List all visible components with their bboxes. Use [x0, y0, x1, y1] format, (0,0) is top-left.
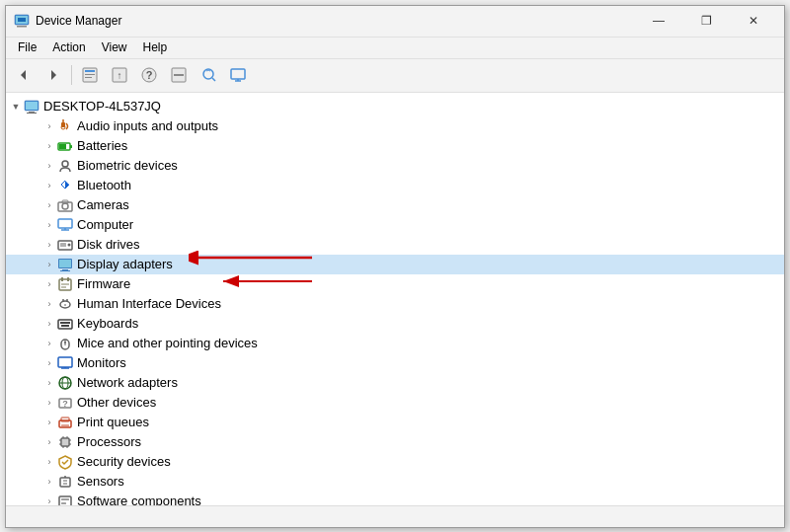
list-item[interactable]: › [6, 432, 784, 452]
keyboards-label: Keyboards [77, 316, 138, 331]
disk-label: Disk drives [77, 237, 140, 252]
expand-processors[interactable]: › [41, 434, 57, 450]
root-label: DESKTOP-4L537JQ [43, 99, 161, 114]
expand-keyboards[interactable]: › [41, 316, 57, 332]
expand-sw-components[interactable]: › [41, 494, 57, 505]
svg-rect-9 [85, 77, 92, 78]
toolbar-forward[interactable] [40, 62, 67, 88]
hid-label: Human Interface Devices [77, 296, 221, 311]
device-manager-window: Device Manager — ❐ ✕ File Action View He… [5, 5, 785, 528]
svg-line-17 [212, 78, 215, 81]
toolbar-sep-1 [71, 65, 72, 85]
expand-display[interactable]: › [41, 257, 57, 272]
biometric-icon [57, 158, 73, 174]
processors-label: Processors [77, 434, 141, 449]
list-item[interactable]: › Computer [6, 215, 784, 235]
expand-monitors[interactable]: › [41, 355, 57, 371]
list-item[interactable]: › Keyboards [6, 314, 784, 334]
list-item[interactable]: › ? Other devices [6, 393, 784, 413]
menu-help[interactable]: Help [135, 38, 176, 56]
list-item[interactable]: › Software components [6, 492, 784, 505]
root-expand-icon[interactable]: ▼ [8, 99, 24, 114]
expand-mice[interactable]: › [41, 336, 57, 351]
other-icon: ? [57, 395, 73, 411]
list-item[interactable]: › Disk drives [6, 235, 784, 255]
svg-rect-39 [60, 243, 66, 247]
menu-file[interactable]: File [10, 38, 44, 56]
expand-print[interactable]: › [41, 415, 57, 430]
svg-rect-60 [66, 322, 68, 324]
svg-rect-92 [61, 502, 66, 504]
svg-rect-77 [62, 439, 68, 445]
expand-audio[interactable]: › [41, 118, 57, 134]
toolbar-properties[interactable] [76, 62, 104, 88]
list-item[interactable]: › Mice and other pointing devices [6, 334, 784, 353]
close-button[interactable]: ✕ [731, 5, 776, 37]
expand-security[interactable]: › [41, 454, 57, 470]
list-item[interactable]: › Biometric devices [6, 156, 784, 176]
minimize-button[interactable]: — [636, 5, 681, 37]
root-icon [24, 99, 40, 114]
svg-rect-24 [27, 113, 37, 114]
bluetooth-label: Bluetooth [77, 178, 131, 192]
toolbar-display[interactable] [224, 62, 252, 88]
expand-other[interactable]: › [41, 395, 57, 411]
display-icon [57, 257, 73, 272]
expand-firmware[interactable]: › [41, 276, 57, 292]
content-area: ▼ DESKTOP-4L537JQ › [6, 93, 784, 505]
svg-rect-1 [17, 26, 27, 28]
svg-marker-5 [51, 70, 56, 80]
toolbar-disable[interactable] [165, 62, 193, 88]
expand-network[interactable]: › [41, 375, 57, 391]
svg-marker-4 [21, 70, 26, 80]
svg-rect-61 [61, 325, 69, 327]
expand-computer[interactable]: › [41, 217, 57, 233]
monitors-label: Monitors [77, 355, 126, 370]
keyboard-icon [57, 316, 73, 332]
svg-rect-43 [60, 270, 70, 271]
tree-view[interactable]: ▼ DESKTOP-4L537JQ › [6, 93, 784, 505]
expand-disk[interactable]: › [41, 237, 57, 253]
svg-point-32 [62, 203, 68, 209]
list-item[interactable]: › Monitors [6, 353, 784, 373]
list-item[interactable]: › Print queues [6, 413, 784, 432]
list-item[interactable]: › Firmware [6, 274, 784, 294]
list-item[interactable]: › Human Interface Devices [6, 294, 784, 314]
svg-text:↑: ↑ [118, 70, 122, 81]
network-icon [57, 375, 73, 391]
svg-rect-34 [58, 219, 72, 228]
expand-cameras[interactable]: › [41, 197, 57, 213]
expand-hid[interactable]: › [41, 296, 57, 312]
list-item-display-adapters[interactable]: › Display adapters [6, 255, 784, 274]
tree-wrapper: ▼ DESKTOP-4L537JQ › [6, 93, 784, 505]
list-item[interactable]: › Audio inputs and outputs [6, 116, 784, 136]
audio-icon [57, 118, 73, 134]
expand-bluetooth[interactable]: › [41, 178, 57, 193]
list-item[interactable]: › Security devices [6, 452, 784, 472]
list-item[interactable]: › Bluetooth [6, 176, 784, 195]
tree-root[interactable]: ▼ DESKTOP-4L537JQ [6, 97, 784, 116]
toolbar-scan[interactable] [195, 62, 222, 88]
batteries-label: Batteries [77, 138, 127, 153]
toolbar-help[interactable]: ? [135, 62, 163, 88]
sensors-icon [57, 474, 73, 490]
list-item[interactable]: › Batteries [6, 136, 784, 156]
sw-components-icon [57, 494, 73, 505]
biometric-label: Biometric devices [77, 158, 178, 173]
menu-action[interactable]: Action [44, 38, 93, 56]
toolbar-update[interactable]: ↑ [106, 62, 133, 88]
list-item[interactable]: › Sensors [6, 472, 784, 492]
svg-rect-56 [60, 322, 62, 324]
list-item[interactable]: › Network adapters [6, 373, 784, 393]
list-item[interactable]: › Cameras [6, 195, 784, 215]
menu-view[interactable]: View [94, 38, 135, 56]
toolbar-back[interactable] [10, 62, 38, 88]
expand-biometric[interactable]: › [41, 158, 57, 174]
security-label: Security devices [77, 454, 171, 469]
expand-batteries[interactable]: › [41, 138, 57, 154]
svg-rect-7 [85, 70, 95, 72]
maximize-button[interactable]: ❐ [683, 5, 729, 37]
expand-sensors[interactable]: › [41, 474, 57, 490]
svg-point-38 [68, 243, 71, 246]
network-label: Network adapters [77, 375, 178, 390]
